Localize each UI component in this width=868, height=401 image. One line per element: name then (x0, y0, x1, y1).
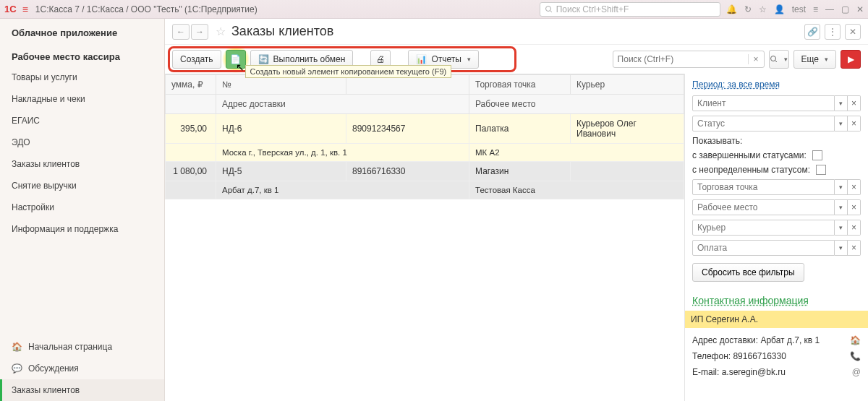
contact-email: E-mail: a.seregin@bk.ru (692, 367, 786, 377)
more-label: Еще (801, 54, 819, 64)
col-outlet[interactable]: Торговая точка (469, 75, 571, 95)
dropdown-icon[interactable]: ▾ (835, 240, 848, 256)
cell-amount: 1 080,00 (166, 162, 216, 181)
user-name[interactable]: test (792, 4, 806, 14)
grid-search[interactable]: × (613, 51, 765, 68)
nav-back[interactable]: ← (172, 24, 190, 40)
sidebar-orders-label: Заказы клиентов (12, 385, 80, 395)
filter-payment[interactable] (692, 240, 835, 256)
sidebar-home-label: Начальная страница (28, 342, 112, 352)
favorite-icon[interactable]: ☆ (216, 25, 226, 38)
sidebar-item-settings[interactable]: Настройки (0, 197, 164, 218)
dropdown-icon[interactable]: ▾ (835, 179, 848, 195)
contact-phone: Телефон: 89166716330 (692, 351, 786, 361)
filter-outlet[interactable] (692, 179, 835, 195)
clear-icon[interactable]: × (848, 240, 861, 256)
checkbox[interactable] (812, 150, 822, 160)
nav-forward[interactable]: → (191, 24, 208, 40)
search-icon (770, 55, 778, 64)
sidebar-discuss[interactable]: 💬 Обсуждения (0, 358, 164, 379)
phone-icon[interactable]: 📞 (850, 351, 861, 361)
global-search[interactable]: Поиск Ctrl+Shift+F (540, 2, 720, 17)
checkbox[interactable] (816, 165, 826, 175)
sidebar-item-info[interactable]: Информация и поддержка (0, 218, 164, 240)
cell-phone: 89166716330 (346, 162, 469, 181)
home-icon[interactable]: 🏠 (850, 335, 861, 345)
menu-icon[interactable]: ≡ (22, 4, 28, 15)
sidebar-group-cloud[interactable]: Облачное приложение (0, 19, 164, 43)
col-workplace[interactable]: Рабочее место (469, 95, 684, 114)
create-label: Создать (180, 54, 213, 64)
close-panel-icon[interactable]: ✕ (845, 24, 861, 40)
minimize-icon[interactable]: — (825, 4, 834, 14)
bell-icon[interactable]: 🔔 (726, 4, 737, 14)
cell-outlet: Магазин (469, 162, 571, 181)
close-icon[interactable]: ✕ (856, 4, 864, 14)
clear-icon[interactable]: × (848, 220, 861, 236)
svg-line-1 (550, 10, 552, 12)
user-icon[interactable]: 👤 (774, 4, 785, 14)
more-button[interactable]: Еще (793, 50, 836, 69)
dropdown-icon[interactable]: ▾ (835, 199, 848, 215)
home-icon: 🏠 (12, 342, 22, 352)
clear-icon[interactable]: × (848, 179, 861, 195)
dropdown-icon[interactable]: ▾ (835, 116, 848, 131)
sidebar-item-withdraw[interactable]: Снятие выручки (0, 175, 164, 197)
sidebar-orders-open[interactable]: Заказы клиентов (0, 379, 164, 401)
check-undefined[interactable]: с неопределенным статусом: (692, 165, 861, 175)
settings-icon[interactable]: ≡ (813, 4, 818, 14)
check-completed[interactable]: с завершенными статусами: (692, 150, 861, 160)
content: ← → ☆ Заказы клиентов 🔗 ⋮ ✕ Создать 📄 ↖ … (165, 19, 868, 401)
search-placeholder: Поиск Ctrl+Shift+F (556, 4, 629, 14)
dropdown-icon[interactable]: ▾ (835, 95, 848, 111)
reset-filters-button[interactable]: Сбросить все фильтры (692, 263, 804, 282)
sidebar-item-orders[interactable]: Заказы клиентов (0, 153, 164, 175)
link-icon[interactable]: 🔗 (804, 24, 820, 40)
history-icon[interactable]: ↻ (744, 4, 752, 14)
create-button[interactable]: Создать (172, 50, 221, 69)
filter-client[interactable] (692, 95, 835, 111)
filter-courier[interactable] (692, 220, 835, 236)
email-icon[interactable]: @ (852, 367, 861, 377)
run-button[interactable]: ▶ (841, 50, 861, 69)
copy-button[interactable]: 📄 (226, 50, 246, 69)
search-clear[interactable]: × (748, 54, 764, 64)
col-sum[interactable]: умма, ₽ (166, 75, 216, 95)
grid-search-input[interactable] (613, 54, 748, 64)
period-link[interactable]: Период: за все время (692, 79, 780, 90)
sidebar-item-invoices[interactable]: Накладные и чеки (0, 88, 164, 110)
clear-icon[interactable]: × (848, 199, 861, 215)
star-icon[interactable]: ☆ (759, 4, 767, 14)
cell-outlet: Палатка (469, 114, 571, 144)
sidebar-item-edo[interactable]: ЭДО (0, 131, 164, 153)
maximize-icon[interactable]: ▢ (841, 4, 849, 14)
filter-status[interactable] (692, 116, 835, 131)
more-icon[interactable]: ⋮ (825, 24, 841, 40)
clear-icon[interactable]: × (848, 116, 861, 131)
play-icon: ▶ (848, 54, 854, 64)
table-row-sub[interactable]: Арбат д.7, кв 1 Тестовая Касса (166, 181, 684, 199)
table-row[interactable]: 1 080,00 НД-5 89166716330 Магазин (166, 162, 684, 181)
clear-icon[interactable]: × (848, 95, 861, 111)
reports-icon: 📊 (416, 54, 427, 64)
toolbar: Создать 📄 ↖ Создать новый элемент копиро… (165, 45, 868, 74)
search-options[interactable] (769, 50, 789, 69)
contact-title[interactable]: Контактная информация (692, 295, 861, 306)
orders-grid[interactable]: умма, ₽ № Торговая точка Курьер Адрес до… (165, 74, 684, 401)
dropdown-icon[interactable]: ▾ (835, 220, 848, 236)
contact-name[interactable]: ИП Серегин А.А. (685, 311, 868, 328)
reports-label: Отчеты (431, 54, 461, 64)
col-addr[interactable]: Адрес доставки (216, 95, 469, 114)
table-row-sub[interactable]: Моска г., Тверская ул., д. 1, кв. 1 МК А… (166, 144, 684, 162)
sidebar-item-goods[interactable]: Товары и услуги (0, 66, 164, 88)
sidebar-home[interactable]: 🏠 Начальная страница (0, 336, 164, 358)
exchange-icon: 🔄 (258, 54, 269, 64)
col-courier[interactable]: Курьер (571, 75, 684, 95)
sidebar-item-egais[interactable]: ЕГАИС (0, 110, 164, 131)
filter-workplace[interactable] (692, 199, 835, 215)
top-icons: 🔔 ↻ ☆ 👤 test ≡ — ▢ ✕ (726, 4, 864, 14)
sidebar-group-cashier[interactable]: Рабочее место кассира (0, 43, 164, 66)
cell-num: НД-6 (216, 114, 346, 144)
table-row[interactable]: 395,00 НД-6 89091234567 Палатка Курьеров… (166, 114, 684, 144)
cell-addr: Арбат д.7, кв 1 (216, 181, 469, 199)
